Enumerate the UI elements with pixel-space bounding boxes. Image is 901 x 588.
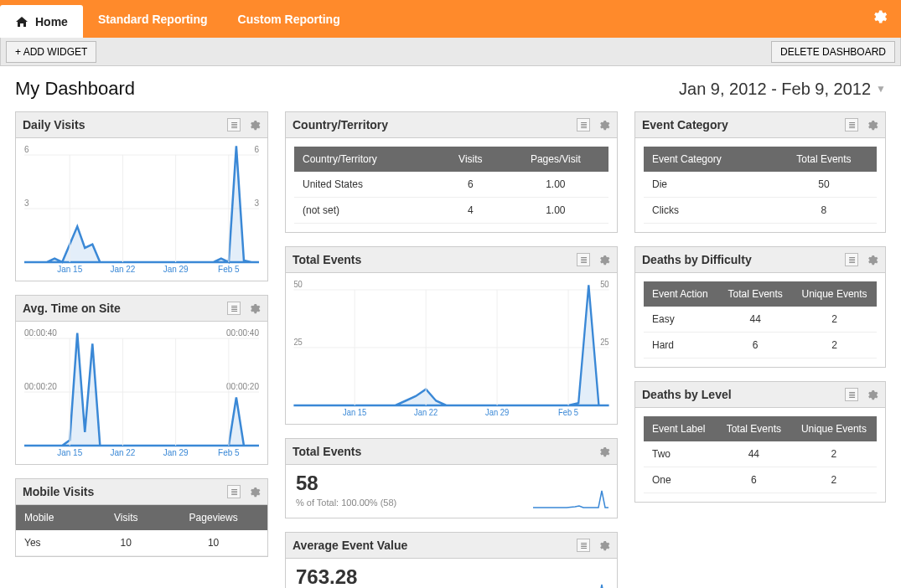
col-unique: Unique Events [792,281,877,307]
svg-text:50: 50 [600,280,609,289]
gear-icon[interactable] [247,485,261,498]
svg-text:Jan 22: Jan 22 [110,448,135,457]
total-events-chart: 25255050Jan 15Jan 22Jan 29Feb 5 [286,273,617,424]
table-row: Hard62 [644,333,877,358]
widget-title: Total Events [293,253,361,266]
sparkline [533,580,608,588]
widget-total-events-metric: Total Events 58 % of Total: 100.00% (58) [285,438,618,518]
notes-icon[interactable]: ≣ [845,253,858,266]
gear-icon[interactable] [597,445,610,458]
notes-icon[interactable]: ≣ [227,485,241,498]
widget-total-events-chart: Total Events ≣ 25255050Jan 15Jan 22Jan 2… [285,246,618,425]
svg-text:Jan 15: Jan 15 [57,448,82,457]
svg-text:Feb 5: Feb 5 [218,448,240,457]
svg-text:3: 3 [254,199,259,208]
table-row: Two442 [644,441,877,467]
home-icon [15,16,28,28]
notes-icon[interactable]: ≣ [577,253,590,266]
svg-text:Jan 15: Jan 15 [343,408,366,417]
sparkline [533,486,608,509]
col-visits: Visits [438,147,503,172]
mobile-visits-table: Mobile Visits Pageviews Yes 10 10 [16,505,267,556]
svg-text:6: 6 [24,145,29,154]
svg-text:Feb 5: Feb 5 [218,265,240,274]
col-category: Event Category [644,147,771,172]
top-nav: Home Standard Reporting Custom Reporting [0,0,901,38]
widget-title: Deaths by Level [642,388,732,401]
notes-icon[interactable]: ≣ [845,118,858,132]
col-pageviews: Pageviews [159,505,267,530]
widget-avg-event-value: Average Event Value ≣ 763.28 Site Avg: 7… [285,532,618,588]
table-row: Die50 [644,172,877,198]
col-unique: Unique Events [791,416,877,441]
svg-text:25: 25 [600,338,608,347]
delete-dashboard-button[interactable]: DELETE DASHBOARD [771,41,895,63]
col-total: Total Events [717,416,791,441]
notes-icon[interactable]: ≣ [227,302,241,315]
table-row: Clicks8 [644,198,877,224]
deaths-level-table: Event Label Total Events Unique Events T… [644,416,877,493]
settings-gear-icon[interactable] [871,8,888,29]
widget-title: Total Events [293,445,361,458]
widget-deaths-difficulty: Deaths by Difficulty ≣ Event Action Tota… [634,246,886,368]
svg-text:50: 50 [293,280,303,289]
notes-icon[interactable]: ≣ [577,118,590,132]
svg-text:00:00:40: 00:00:40 [226,328,259,338]
tab-standard-reporting[interactable]: Standard Reporting [83,0,223,38]
svg-text:00:00:20: 00:00:20 [24,382,57,391]
svg-text:Jan 29: Jan 29 [163,448,189,457]
gear-icon[interactable] [597,539,610,552]
gear-icon[interactable] [597,118,610,132]
gear-icon[interactable] [865,388,878,401]
page-title: My Dashboard [15,78,135,100]
widget-mobile-visits: Mobile Visits ≣ Mobile Visits Pageviews … [15,478,268,557]
gear-icon[interactable] [865,253,878,266]
dashboard-header: My Dashboard Jan 9, 2012 - Feb 9, 2012 ▼ [0,66,901,111]
col-mobile: Mobile [16,505,92,530]
widget-deaths-level: Deaths by Level ≣ Event Label Total Even… [634,381,886,503]
chevron-down-icon: ▼ [876,83,886,95]
svg-text:25: 25 [293,338,302,347]
svg-text:00:00:20: 00:00:20 [226,382,259,391]
deaths-difficulty-table: Event Action Total Events Unique Events … [644,281,877,358]
gear-icon[interactable] [597,253,610,266]
col-action: Event Action [644,281,718,307]
gear-icon[interactable] [865,118,878,132]
tab-custom-reporting[interactable]: Custom Reporting [223,0,355,38]
widget-title: Event Category [642,118,728,132]
notes-icon[interactable]: ≣ [227,118,241,132]
col-country: Country/Territory [294,147,438,172]
widget-title: Average Event Value [293,539,407,552]
widget-title: Daily Visits [23,118,85,132]
dashboard-board: Daily Visits ≣ 3366Jan 15Jan 22Jan 29Feb… [0,111,901,588]
widget-country: Country/Territory ≣ Country/Territory Vi… [285,111,618,233]
svg-text:6: 6 [254,145,259,154]
col-total: Total Events [718,281,792,307]
gear-icon[interactable] [247,118,261,132]
svg-text:Jan 22: Jan 22 [414,408,438,417]
col-total: Total Events [771,147,877,172]
gear-icon[interactable] [247,302,261,315]
widget-title: Mobile Visits [23,485,94,498]
widget-title: Deaths by Difficulty [642,253,752,266]
table-row: Yes 10 10 [16,530,267,556]
notes-icon[interactable]: ≣ [845,388,858,401]
widget-avg-time: Avg. Time on Site ≣ 00:00:2000:00:2000:0… [15,295,268,465]
col-label: Event Label [644,416,717,441]
add-widget-button[interactable]: + ADD WIDGET [6,41,96,63]
tab-home[interactable]: Home [0,5,83,38]
date-range-label: Jan 9, 2012 - Feb 9, 2012 [679,80,871,99]
event-category-table: Event Category Total Events Die50 Clicks… [644,147,877,224]
svg-text:Feb 5: Feb 5 [558,408,578,417]
daily-visits-chart: 3366Jan 15Jan 22Jan 29Feb 5 [16,138,267,281]
svg-text:Jan 29: Jan 29 [485,408,509,417]
widget-title: Country/Territory [293,118,388,132]
notes-icon[interactable]: ≣ [577,539,590,552]
svg-text:Jan 29: Jan 29 [163,265,189,274]
svg-text:00:00:40: 00:00:40 [24,328,57,338]
svg-text:Jan 15: Jan 15 [57,265,82,274]
avg-time-chart: 00:00:2000:00:2000:00:4000:00:40Jan 15Ja… [16,322,267,464]
widget-daily-visits: Daily Visits ≣ 3366Jan 15Jan 22Jan 29Feb… [15,111,268,281]
widget-title: Avg. Time on Site [23,302,121,315]
date-range-picker[interactable]: Jan 9, 2012 - Feb 9, 2012 ▼ [679,80,886,99]
